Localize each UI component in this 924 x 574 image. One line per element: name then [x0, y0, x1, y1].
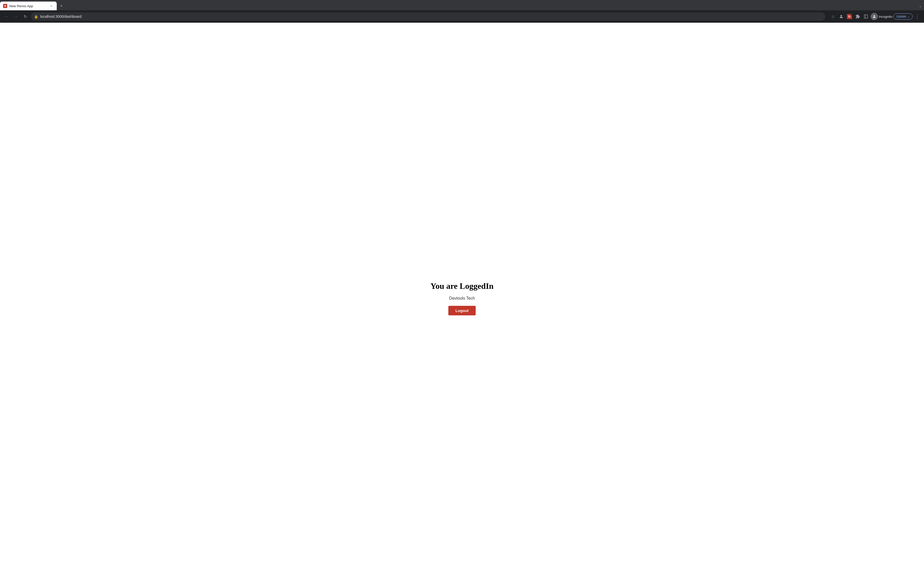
tab-dropdown-arrow[interactable]: ⌄	[919, 4, 922, 8]
lock-icon: 🔒	[34, 15, 38, 19]
svg-point-3	[874, 15, 875, 16]
center-card: You are LoggedIn Devtools Tech Logout	[431, 281, 494, 315]
incognito-label: Incognito	[879, 15, 893, 19]
star-button[interactable]: ☆	[830, 13, 837, 20]
svg-point-0	[841, 15, 842, 16]
sidebar-button[interactable]	[863, 13, 870, 20]
url-text: localhost:3000/dashboard	[40, 14, 822, 19]
reload-button[interactable]: ↻	[22, 13, 29, 20]
account-icon[interactable]	[837, 13, 845, 20]
extension-badge	[850, 13, 853, 16]
new-tab-button[interactable]: +	[58, 2, 65, 9]
forward-button[interactable]: →	[13, 13, 20, 20]
tab-favicon: R	[3, 4, 7, 8]
update-chevron: ⌄	[907, 15, 910, 18]
address-input[interactable]: 🔒 localhost:3000/dashboard	[31, 13, 825, 20]
browser-chrome: R New Remix App × + ⌄ ← → ↻ 🔒 localhost:…	[0, 0, 924, 23]
menu-button[interactable]: ⋮	[914, 13, 921, 20]
tab-close-button[interactable]: ×	[49, 4, 54, 8]
tab-title: New Remix App	[9, 4, 47, 8]
username-text: Devtools Tech	[449, 296, 475, 301]
extensions-button[interactable]	[854, 13, 861, 20]
update-label: Update	[896, 15, 906, 18]
active-tab[interactable]: R New Remix App ×	[0, 2, 57, 10]
tab-bar: R New Remix App × + ⌄	[0, 0, 924, 10]
logout-button[interactable]: Logout	[448, 306, 476, 315]
page-content: You are LoggedIn Devtools Tech Logout	[0, 23, 924, 574]
profile-button[interactable]	[870, 13, 878, 20]
back-button[interactable]: ←	[3, 13, 10, 20]
svg-rect-1	[864, 15, 868, 18]
logged-in-heading: You are LoggedIn	[431, 281, 494, 291]
toolbar-icons: ☆ R	[830, 13, 921, 20]
extension-icon[interactable]: R	[846, 13, 853, 20]
tab-bar-right: ⌄	[919, 2, 924, 10]
update-button[interactable]: Update ⌄	[893, 13, 913, 20]
address-bar: ← → ↻ 🔒 localhost:3000/dashboard ☆ R	[0, 10, 924, 23]
